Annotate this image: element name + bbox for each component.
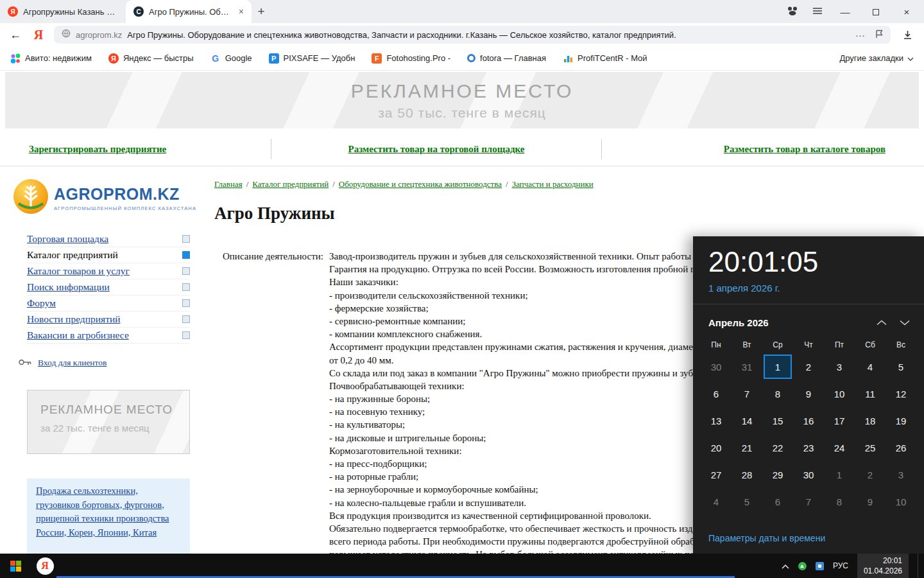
taskbar-browser-button[interactable]: Я — [31, 557, 59, 575]
minimize-button[interactable]: — — [837, 6, 853, 17]
back-button[interactable]: ← — [8, 28, 23, 42]
bookmark-pixsafe[interactable]: P PIXSAFE — Удобн — [269, 53, 355, 64]
more-icon[interactable]: ··· — [855, 30, 865, 40]
sidebar-menu-item[interactable]: Торговая площадка — [27, 231, 190, 247]
sidebar-menu-item[interactable]: Форум — [27, 295, 190, 311]
calendar-day[interactable]: 2 — [793, 353, 824, 380]
calendar-day[interactable]: 21 — [732, 434, 762, 461]
language-indicator[interactable]: РУС — [833, 561, 848, 570]
calendar-day[interactable]: 8 — [824, 488, 855, 515]
show-desktop-button[interactable] — [918, 554, 921, 578]
datetime-settings-link[interactable]: Параметры даты и времени — [708, 533, 825, 543]
calendar-day[interactable]: 7 — [732, 380, 762, 407]
bookmark-fotora[interactable]: fotora — Главная — [467, 53, 546, 63]
calendar-day[interactable]: 6 — [701, 380, 732, 407]
sidebar-menu-item[interactable]: Каталог предприятий — [27, 247, 190, 263]
tray-icon-app[interactable] — [816, 562, 824, 570]
other-bookmarks-button[interactable]: Другие закладки — [839, 53, 914, 63]
calendar-day[interactable]: 9 — [855, 488, 886, 515]
calendar-day[interactable]: 23 — [793, 434, 824, 461]
site-logo[interactable]: AGROPROM.KZ АГРОПРОМЫШЛЕННЫЙ КОМПЛЕКС КА… — [13, 179, 199, 217]
calendar-day[interactable]: 24 — [824, 434, 855, 461]
calendar-day[interactable]: 3 — [886, 461, 916, 488]
sidebar-menu-item[interactable]: Каталог товаров и услуг — [27, 263, 190, 279]
breadcrumb-link[interactable]: Оборудование и спецтехника животноводств… — [339, 179, 502, 189]
place-product-catalog-link[interactable]: Разместить товар в каталоге товаров — [724, 144, 886, 155]
maximize-button[interactable] — [868, 6, 884, 17]
calendar-day[interactable]: 15 — [762, 407, 793, 434]
promo-link[interactable]: Продажа сельхозтехники, грузовиков борто… — [36, 486, 169, 538]
download-icon[interactable] — [898, 30, 916, 40]
register-company-link[interactable]: Зарегистрировать предприятие — [29, 144, 166, 155]
bookmark-fotohosting[interactable]: F Fotohosting.Pro - — [372, 53, 450, 64]
calendar-day[interactable]: 19 — [886, 407, 916, 434]
calendar-prev-month-icon[interactable] — [870, 320, 893, 326]
bookmark-yandex[interactable]: Я Яндекс — быстры — [108, 53, 194, 64]
sidebar-menu-item[interactable]: Новости предприятий — [27, 311, 190, 328]
sidebar-menu-item[interactable]: Поиск информации — [27, 279, 190, 295]
profile-icon[interactable] — [787, 6, 798, 18]
place-product-marketplace-link[interactable]: Разместить товар на торговой площадке — [348, 144, 525, 155]
calendar-day[interactable]: 18 — [855, 407, 886, 434]
login-link[interactable]: Вход для клиентов — [38, 358, 107, 368]
calendar-day[interactable]: 30 — [701, 353, 732, 380]
bookmark-avito[interactable]: Авито: недвижим — [10, 53, 92, 64]
menu-icon[interactable] — [812, 6, 823, 17]
sidebar-menu-label[interactable]: Каталог предприятий — [27, 249, 118, 261]
breadcrumb-link[interactable]: Каталог предприятий — [252, 179, 329, 189]
calendar-day[interactable]: 29 — [762, 461, 793, 488]
start-button[interactable] — [0, 554, 31, 578]
calendar-next-month-icon[interactable] — [893, 320, 916, 326]
calendar-day[interactable]: 26 — [886, 434, 916, 461]
tray-icon-green[interactable] — [798, 562, 807, 570]
tab-inactive[interactable]: Я Агропружины Казань — Я — [0, 0, 126, 23]
calendar-day[interactable]: 30 — [793, 461, 824, 488]
calendar-day[interactable]: 17 — [824, 407, 855, 434]
calendar-day[interactable]: 14 — [732, 407, 762, 434]
calendar-day[interactable]: 6 — [762, 488, 793, 515]
calendar-day[interactable]: 22 — [762, 434, 793, 461]
bookmark-google[interactable]: G Google — [210, 53, 252, 64]
calendar-day[interactable]: 9 — [793, 380, 824, 407]
sidebar-menu-item[interactable]: Вакансии в агробизнесе — [27, 328, 190, 344]
calendar-day[interactable]: 10 — [824, 380, 855, 407]
new-tab-button[interactable]: + — [252, 4, 271, 19]
tray-expand-icon[interactable] — [782, 560, 789, 572]
calendar-day[interactable]: 28 — [732, 461, 762, 488]
bookmark-profitcentr[interactable]: ProfiTCentR - Мой — [563, 53, 647, 64]
calendar-day[interactable]: 2 — [855, 461, 886, 488]
calendar-day[interactable]: 11 — [855, 380, 886, 407]
calendar-day[interactable]: 8 — [762, 380, 793, 407]
calendar-day[interactable]: 5 — [886, 353, 916, 380]
yandex-logo-button[interactable]: Я — [31, 28, 46, 42]
sidebar-menu-label[interactable]: Вакансии в агробизнесе — [27, 329, 129, 341]
calendar-day[interactable]: 3 — [824, 353, 855, 380]
sidebar-menu-label[interactable]: Каталог товаров и услуг — [27, 265, 130, 277]
taskbar-clock[interactable]: 20:01 01.04.2026 — [857, 554, 909, 578]
calendar-day[interactable]: 1 — [764, 355, 792, 379]
bookmark-flag-icon[interactable] — [875, 30, 883, 40]
calendar-day[interactable]: 4 — [855, 353, 886, 380]
calendar-day[interactable]: 12 — [886, 380, 916, 407]
calendar-day[interactable]: 31 — [732, 353, 762, 380]
calendar-day[interactable]: 13 — [701, 407, 732, 434]
calendar-day[interactable]: 27 — [701, 461, 732, 488]
calendar-day[interactable]: 7 — [793, 488, 824, 515]
calendar-day[interactable]: 16 — [793, 407, 824, 434]
client-login[interactable]: Вход для клиентов — [18, 357, 107, 369]
breadcrumb-link[interactable]: Главная — [214, 179, 243, 189]
url-field[interactable]: agroprom.kz Агро Пружины. Оборудование и… — [54, 26, 891, 44]
calendar-day[interactable]: 25 — [855, 434, 886, 461]
calendar-day[interactable]: 10 — [886, 488, 916, 515]
calendar-day[interactable]: 20 — [701, 434, 732, 461]
sidebar-menu-label[interactable]: Поиск информации — [27, 281, 110, 293]
tab-active[interactable]: C Агро Пружины. Обору × — [126, 0, 252, 23]
sidebar-menu-label[interactable]: Форум — [27, 297, 56, 309]
breadcrumb-link[interactable]: Запчасти и расходники — [512, 179, 594, 189]
sidebar-menu-label[interactable]: Новости предприятий — [27, 313, 121, 325]
calendar-day[interactable]: 5 — [732, 488, 762, 515]
sidebar-menu-label[interactable]: Торговая площадка — [27, 233, 108, 245]
close-window-button[interactable]: × — [898, 6, 915, 17]
calendar-day[interactable]: 4 — [701, 488, 732, 515]
calendar-day[interactable]: 1 — [824, 461, 855, 488]
